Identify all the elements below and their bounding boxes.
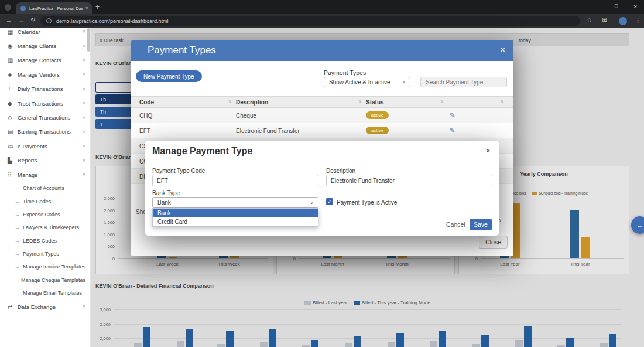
sidebar-subitem-manage-email-templates[interactable]: →Manage Email Templates [0, 287, 90, 300]
sidebar-item-general-transactions[interactable]: ◇General Transactions∨ [0, 110, 90, 124]
forward-icon[interactable]: → [18, 16, 25, 23]
sidebar-subitem-ledes-codes[interactable]: →LEDES Codes [0, 234, 90, 247]
bank-type-select[interactable]: Bank ∨ [152, 197, 318, 208]
search-payment-type-input[interactable] [420, 77, 507, 87]
profile-avatar[interactable] [619, 17, 627, 25]
status-badge: active [366, 127, 389, 134]
sidebar-subitem-lawyers-timekeepers[interactable]: →Lawyers & Timekeepers [0, 221, 90, 234]
sidebar-item-label: Data Exchange [18, 304, 56, 310]
site-info-icon[interactable]: i [46, 18, 52, 23]
sidebar-item-calendar[interactable]: ▦Calendar∨ [0, 28, 90, 39]
sidebar-item-label: Calendar [18, 29, 40, 35]
window-close-button[interactable]: × [633, 3, 637, 10]
close-icon[interactable]: × [486, 146, 491, 155]
arrow-right-icon: → [15, 264, 23, 270]
sort-icon[interactable]: ⇅ [440, 100, 444, 104]
sidebar-item-data-exchange[interactable]: ⇄Data Exchange∨ [0, 300, 90, 314]
manage-icon: ⠿ [8, 172, 18, 178]
sidebar-subitem-manage-invoice-templates[interactable]: →Manage Invoice Templates [0, 260, 90, 273]
chevron-down-icon: ∨ [83, 44, 85, 49]
cell-status: active [366, 111, 389, 119]
back-icon[interactable]: ← [6, 16, 12, 23]
browser-tab[interactable]: LawPractica - Personal Dashb... × [16, 2, 92, 14]
dropdown-option[interactable]: Credit Card [153, 217, 318, 226]
extensions-icon[interactable]: ⊞ [602, 16, 607, 23]
sidebar-item-banking-transactions[interactable]: ▤Banking Transactions∨ [0, 125, 90, 139]
chevron-down-icon: ∨ [83, 130, 85, 134]
close-icon[interactable]: × [500, 45, 505, 55]
chevron-down-icon: ∨ [83, 101, 85, 106]
e-payments-icon: ▭ [8, 143, 18, 149]
browser-menu-icon[interactable]: ⋮ [635, 16, 641, 24]
sidebar-item-e-payments[interactable]: ▭e-Payments∨ [0, 139, 90, 153]
modal-close-button[interactable]: Close [479, 236, 508, 249]
column-header-status[interactable]: Status [366, 99, 384, 106]
sidebar-subitem-manage-cheque-templates[interactable]: →Manage Cheque Templates [0, 273, 90, 286]
sidebar-subitem-label: Manage Invoice Templates [23, 264, 85, 270]
modal-title: Payment Types [148, 45, 216, 56]
sort-icon[interactable]: ⇅ [501, 100, 504, 104]
sidebar-item-manage-vendors[interactable]: ◈Manage Vendors∨ [0, 67, 90, 81]
sidebar-subitem-time-codes[interactable]: →Time Codes [0, 195, 90, 208]
chevron-down-icon: ∨ [402, 80, 405, 84]
payment-type-active-label: Payment Type is Active [337, 199, 397, 206]
edit-icon[interactable]: ✎ [450, 111, 455, 120]
trust-transactions-icon: ◆ [8, 100, 18, 107]
column-header-code[interactable]: Code [139, 99, 154, 106]
screenshot-root: LawPractica - Personal Dashb... × + – □ … [0, 0, 644, 347]
payment-type-active-checkbox[interactable]: ✓ [326, 198, 333, 205]
chevron-down-icon: ∨ [83, 115, 85, 120]
save-button[interactable]: Save [470, 219, 492, 230]
dropdown-option[interactable]: Bank [153, 209, 318, 217]
bank-type-value: Bank [157, 199, 171, 206]
new-tab-button[interactable]: + [95, 3, 100, 11]
cancel-button[interactable]: Cancel [446, 221, 465, 228]
status-filter-value: Show Active & In-active [329, 79, 390, 86]
sidebar-item-manage[interactable]: ⠿Manage∨ [0, 168, 90, 182]
sidebar-item-manage-contacts[interactable]: ▥Manage Contacts∨ [0, 53, 90, 67]
description-field[interactable] [326, 175, 492, 186]
window-maximize-button[interactable]: □ [615, 3, 618, 9]
status-filter-select[interactable]: Show Active & In-active ∨ [324, 77, 410, 87]
sidebar-subitem-chart-of-accounts[interactable]: →Chart of Accounts [0, 182, 90, 195]
tab-title: LawPractica - Personal Dashb... [29, 6, 83, 11]
column-header-description[interactable]: Description [236, 99, 268, 106]
payment-type-code-label: Payment Type Code [152, 168, 205, 174]
sort-icon[interactable]: ⇅ [228, 100, 232, 104]
table-row: CHQChequeactive✎ [131, 108, 513, 123]
sidebar-item-manage-clients[interactable]: ◉Manage Clients∨ [0, 39, 90, 53]
new-payment-type-button[interactable]: New Payment Type [136, 70, 202, 82]
sidebar-list: ▦Calendar∨◉Manage Clients∨▥Manage Contac… [0, 28, 90, 314]
chevron-down-icon: ∨ [310, 200, 313, 205]
sidebar-subitem-expense-codes[interactable]: →Expense Codes [0, 208, 90, 221]
manage-clients-icon: ◉ [8, 43, 18, 49]
arrow-right-icon: → [15, 212, 23, 217]
bookmark-star-icon[interactable]: ☆ [587, 16, 592, 23]
tab-close-icon[interactable]: × [85, 5, 88, 11]
browser-profile-icon[interactable] [5, 4, 11, 11]
manage-vendors-icon: ◈ [8, 72, 18, 78]
chevron-down-icon: ∨ [83, 172, 85, 177]
sort-icon[interactable]: ⇅ [358, 100, 362, 104]
browser-toolbar: ← → ↻ i demo.lawpractica.com/personal-da… [0, 14, 644, 28]
sidebar-subitem-label: Manage Email Templates [23, 290, 82, 296]
sidebar-item-trust-transactions[interactable]: ◆Trust Transactions∨ [0, 96, 90, 110]
sidebar: ▦Calendar∨◉Manage Clients∨▥Manage Contac… [0, 28, 91, 347]
sidebar-item-label: Reports [18, 157, 37, 164]
modal-title: Manage Payment Type [152, 146, 252, 157]
reload-icon[interactable]: ↻ [30, 16, 35, 23]
sidebar-subitem-payment-types[interactable]: →Payment Types [0, 247, 90, 260]
edit-icon[interactable]: ✎ [450, 127, 455, 135]
sidebar-item-daily-transactions[interactable]: +Daily Transactions∨ [0, 82, 90, 96]
sidebar-scrollbar[interactable] [87, 28, 90, 52]
address-bar[interactable]: i demo.lawpractica.com/personal-dashboar… [40, 16, 580, 26]
pagination-next-button[interactable]: › [499, 216, 501, 224]
slide-panel-toggle-button[interactable]: ← [631, 216, 644, 234]
manage-payment-type-modal: Manage Payment Type × Payment Type Code … [145, 141, 499, 236]
sidebar-item-reports[interactable]: ▙Reports∨ [0, 154, 90, 168]
window-minimize-button[interactable]: – [596, 3, 599, 9]
sidebar-item-label: Banking Transactions [18, 128, 71, 135]
chevron-down-icon: ∨ [83, 158, 85, 163]
bank-type-label: Bank Type [152, 190, 180, 196]
payment-type-code-field[interactable] [152, 175, 318, 186]
